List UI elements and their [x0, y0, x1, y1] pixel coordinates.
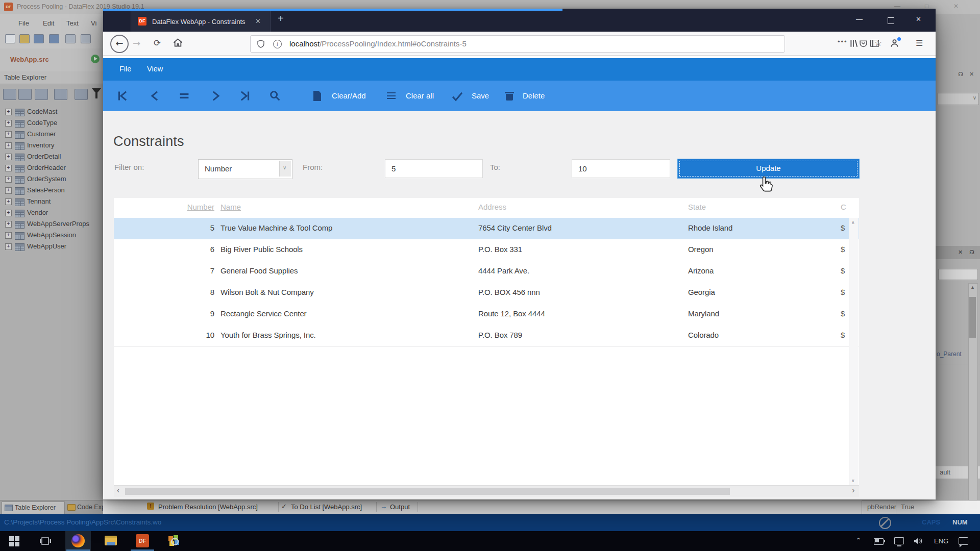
ide-save-icon[interactable] — [34, 34, 44, 43]
tree-item-codemast[interactable]: + CodeMast — [0, 106, 103, 117]
grid-vertical-scrollbar[interactable] — [849, 218, 859, 485]
pin-icon[interactable]: ☊ — [958, 71, 963, 78]
expander-icon[interactable]: + — [5, 142, 12, 149]
ide-menu-file[interactable]: File — [18, 19, 29, 27]
language-indicator[interactable]: ENG — [934, 537, 948, 545]
ide-cut-icon[interactable] — [65, 34, 76, 43]
volume-icon[interactable] — [914, 537, 923, 545]
expander-icon[interactable]: + — [5, 198, 12, 205]
panel-filter-icon[interactable] — [92, 88, 101, 94]
tree-item-tennant[interactable]: + Tennant — [0, 196, 103, 207]
reload-icon[interactable]: ⟳ — [154, 38, 161, 48]
right-scrollbar[interactable]: ▲ — [968, 283, 978, 501]
back-button[interactable]: ← — [110, 35, 129, 53]
page-actions-icon[interactable]: ••• — [838, 38, 848, 45]
url-text[interactable]: localhost/ProcessPooling/Index.html#oCon… — [289, 39, 467, 48]
expander-icon[interactable]: + — [5, 221, 12, 228]
scrollbar-thumb[interactable] — [969, 297, 976, 338]
expander-icon[interactable]: + — [5, 232, 12, 239]
right-panel-field[interactable] — [938, 269, 978, 280]
battery-icon[interactable] — [874, 538, 884, 545]
panel-view-table-icon[interactable] — [35, 89, 48, 100]
expander-icon[interactable]: + — [5, 176, 12, 183]
tree-item-orderheader[interactable]: + OrderHeader — [0, 162, 103, 173]
find-equal-icon[interactable] — [178, 90, 190, 102]
delete-button[interactable]: Delete — [523, 91, 545, 100]
tree-item-webappsession[interactable]: + WebAppSession — [0, 230, 103, 241]
tree-item-inventory[interactable]: + Inventory — [0, 140, 103, 151]
ide-copy-icon[interactable] — [81, 34, 91, 43]
expander-icon[interactable]: + — [5, 131, 12, 138]
expander-icon[interactable]: + — [5, 154, 12, 160]
save-button[interactable]: Save — [472, 91, 489, 100]
previous-record-icon[interactable] — [149, 90, 161, 102]
ide-save-all-icon[interactable] — [49, 34, 59, 43]
ide-current-project[interactable]: WebApp.src — [10, 56, 49, 63]
tray-expand-icon[interactable]: ⌃ — [855, 536, 862, 544]
ide-menu-edit[interactable]: Edit — [43, 19, 54, 27]
firefox-taskbar-tile[interactable] — [65, 531, 91, 551]
webapp-menu-file[interactable]: File — [119, 65, 131, 73]
table-row[interactable]: 8Wilson Bolt & Nut Company P.O. BOX 456 … — [114, 282, 859, 304]
window-maximize-icon[interactable] — [888, 17, 894, 24]
ide-menu-text[interactable]: Text — [66, 19, 79, 27]
delete-trash-icon[interactable] — [506, 91, 513, 101]
clear-add-button[interactable]: Clear/Add — [332, 91, 366, 100]
webapp-menu-view[interactable]: View — [147, 65, 163, 73]
last-record-icon[interactable] — [239, 90, 251, 102]
ide-new-icon[interactable] — [5, 34, 15, 43]
window-minimize-icon[interactable]: — — [856, 15, 863, 23]
network-display-icon[interactable] — [894, 537, 904, 544]
save-check-icon[interactable] — [451, 91, 463, 102]
column-header-state[interactable]: State — [688, 203, 706, 211]
table-row[interactable]: 10Youth for Brass Springs, Inc. P.O. Box… — [114, 325, 859, 347]
site-info-icon[interactable]: i — [273, 40, 282, 48]
ide-open-icon[interactable] — [19, 34, 30, 43]
expander-icon[interactable]: + — [5, 210, 12, 216]
new-tab-icon[interactable]: + — [278, 13, 284, 24]
grid-horizontal-scrollbar[interactable] — [114, 485, 859, 497]
tree-item-codetype[interactable]: + CodeType — [0, 117, 103, 129]
clear-all-icon[interactable] — [387, 92, 396, 99]
library-icon[interactable] — [849, 39, 859, 48]
visual-studio-icon[interactable] — [168, 535, 180, 546]
shield-icon[interactable] — [257, 40, 265, 48]
tree-item-webappserverprops[interactable]: + WebAppServerProps — [0, 218, 103, 230]
right-panel-dropdown[interactable] — [938, 93, 979, 105]
panel-add-table-icon[interactable] — [3, 89, 16, 100]
forward-button[interactable]: → — [133, 38, 140, 48]
panel-sort-table-icon[interactable] — [75, 89, 88, 100]
dock-tab-table-explorer[interactable]: Table Explorer — [2, 502, 65, 514]
close-panel-icon[interactable]: ✕ — [969, 71, 974, 78]
select-dropdown-icon[interactable] — [279, 161, 291, 177]
task-view-icon[interactable] — [40, 537, 51, 546]
tree-item-vendor[interactable]: + Vendor — [0, 207, 103, 218]
column-header-number[interactable]: Number — [144, 203, 214, 211]
url-bar[interactable]: i localhost/ProcessPooling/Index.html#oC… — [250, 35, 785, 53]
tree-item-ordersystem[interactable]: + OrderSystem — [0, 173, 103, 185]
close-panel-icon[interactable]: ✕ — [958, 249, 963, 256]
hamburger-menu-icon[interactable]: ☰ — [916, 38, 923, 48]
table-row[interactable]: 5True Value Machine & Tool Comp 7654 Cit… — [114, 218, 859, 240]
first-record-icon[interactable] — [116, 90, 129, 102]
pocket-icon[interactable] — [859, 39, 868, 48]
clear-all-button[interactable]: Clear all — [406, 91, 434, 100]
expander-icon[interactable]: + — [5, 120, 12, 127]
column-header-c[interactable]: C — [841, 203, 846, 211]
tree-item-orderdetail[interactable]: + OrderDetail — [0, 151, 103, 162]
start-button-icon[interactable] — [9, 536, 19, 546]
next-record-icon[interactable] — [209, 90, 222, 102]
tree-item-webappuser[interactable]: + WebAppUser — [0, 241, 103, 252]
filter-field-select[interactable]: Number — [198, 159, 292, 179]
expander-icon[interactable]: + — [5, 187, 12, 194]
tab-close-icon[interactable]: ✕ — [255, 17, 261, 25]
file-explorer-icon[interactable] — [105, 536, 117, 545]
expander-icon[interactable]: + — [5, 243, 12, 250]
run-button-icon[interactable] — [91, 55, 100, 63]
dataflex-taskbar-tile[interactable]: DF — [130, 531, 155, 551]
table-row[interactable]: 9Rectangle Service Center Route 12, Box … — [114, 304, 859, 325]
sidebar-icon[interactable] — [870, 40, 879, 47]
column-header-address[interactable]: Address — [478, 203, 506, 211]
scroll-up-icon[interactable]: ▲ — [970, 285, 975, 290]
to-input[interactable] — [572, 159, 670, 178]
